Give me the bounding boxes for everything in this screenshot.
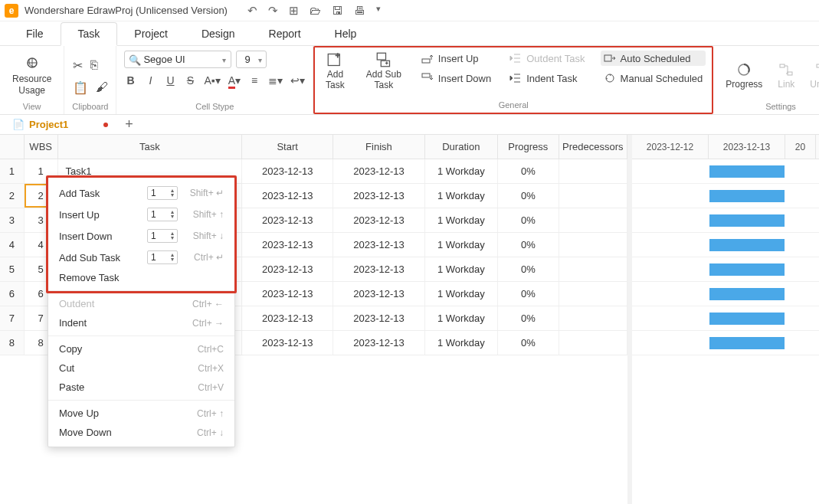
progress-header[interactable]: Progress [498, 135, 559, 159]
gantt-row[interactable] [632, 257, 819, 282]
project-tab[interactable]: 📄 Project1 [5, 116, 116, 133]
duration-cell[interactable]: 1 Workday [425, 306, 498, 330]
progress-cell[interactable]: 0% [498, 233, 559, 257]
finish-cell[interactable]: 2023-12-13 [333, 233, 424, 257]
progress-button[interactable]: Progress [721, 61, 767, 91]
ctx-insert-down-spin[interactable]: 1▴▾ [147, 229, 178, 243]
gantt-row[interactable] [632, 306, 819, 331]
start-cell[interactable]: 2023-12-13 [242, 159, 333, 183]
ctx-insert-up[interactable]: Insert Up 1▴▾ Shift+ ↑ [48, 204, 234, 225]
finish-cell[interactable]: 2023-12-13 [333, 282, 424, 306]
predecessor-cell[interactable] [559, 282, 627, 306]
predecessor-cell[interactable] [559, 306, 627, 330]
highlight-button[interactable]: A▪▾ [204, 74, 220, 87]
start-cell[interactable]: 2023-12-13 [242, 257, 333, 281]
rownum-cell[interactable]: 1 [0, 159, 25, 183]
new-icon[interactable]: ⊞ [289, 4, 299, 18]
duration-cell[interactable]: 1 Workday [425, 208, 498, 232]
progress-cell[interactable]: 0% [498, 159, 559, 183]
start-cell[interactable]: 2023-12-13 [242, 306, 333, 330]
redo-icon[interactable]: ↷ [268, 4, 278, 18]
predecessor-cell[interactable] [559, 257, 627, 281]
menu-file[interactable]: File [9, 23, 61, 44]
manual-scheduled-button[interactable]: Manual Scheduled [601, 70, 706, 86]
progress-cell[interactable]: 0% [498, 306, 559, 330]
task-header[interactable]: Task [58, 135, 243, 159]
font-family-select[interactable]: 🔍 Segoe UI ▾ [124, 51, 231, 68]
finish-cell[interactable]: 2023-12-13 [333, 306, 424, 330]
predecessor-cell[interactable] [559, 159, 627, 183]
duration-header[interactable]: Duration [425, 135, 498, 159]
rownum-cell[interactable]: 8 [0, 331, 25, 355]
ctx-add-task-spin[interactable]: 1▴▾ [147, 186, 178, 200]
start-cell[interactable]: 2023-12-13 [242, 233, 333, 257]
cut-icon[interactable]: ✂ [73, 58, 83, 73]
duration-cell[interactable]: 1 Workday [425, 331, 498, 355]
finish-cell[interactable]: 2023-12-13 [333, 257, 424, 281]
progress-cell[interactable]: 0% [498, 208, 559, 232]
gantt-row[interactable] [632, 282, 819, 306]
rownum-cell[interactable]: 7 [0, 306, 25, 330]
align-mid-button[interactable]: ≣▾ [268, 74, 283, 87]
add-task-button[interactable]: Add Task [321, 51, 349, 93]
menu-help[interactable]: Help [318, 23, 374, 44]
fontcolor-button[interactable]: A▾ [228, 74, 241, 87]
duration-cell[interactable]: 1 Workday [425, 233, 498, 257]
rownum-header[interactable] [0, 135, 25, 159]
open-icon[interactable]: 🗁 [310, 4, 321, 18]
gantt-bar[interactable] [709, 165, 785, 178]
finish-cell[interactable]: 2023-12-13 [333, 208, 424, 232]
predecessor-cell[interactable] [559, 233, 627, 257]
format-painter-icon[interactable]: 🖌 [96, 80, 108, 95]
ctx-cut[interactable]: Cut Ctrl+X [48, 358, 234, 378]
font-size-select[interactable]: 9 ▾ [236, 51, 267, 68]
outdent-task-button[interactable]: Outdent Task [506, 51, 588, 66]
progress-cell[interactable]: 0% [498, 257, 559, 281]
rownum-cell[interactable]: 4 [0, 233, 25, 257]
ctx-move-down[interactable]: Move Down Ctrl+ ↓ [48, 423, 234, 442]
ctx-move-up[interactable]: Move Up Ctrl+ ↑ [48, 404, 234, 423]
ctx-outdent[interactable]: Outdent Ctrl+ ← [48, 294, 234, 313]
progress-cell[interactable]: 0% [498, 184, 559, 208]
rownum-cell[interactable]: 5 [0, 257, 25, 281]
gantt-bar[interactable] [709, 239, 785, 251]
unlink-button[interactable]: Unlink [805, 61, 819, 91]
finish-header[interactable]: Finish [333, 135, 424, 159]
copy-icon[interactable]: ⎘ [90, 58, 98, 73]
start-cell[interactable]: 2023-12-13 [242, 331, 333, 355]
start-cell[interactable]: 2023-12-13 [242, 184, 333, 208]
predecessors-header[interactable]: Predecessors [559, 135, 627, 159]
insert-down-button[interactable]: Insert Down [418, 70, 494, 86]
ctx-copy[interactable]: Copy Ctrl+C [48, 339, 234, 358]
ctx-add-task[interactable]: Add Task 1▴▾ Shift+ ↵ [48, 182, 234, 204]
predecessor-cell[interactable] [559, 184, 627, 208]
gantt-bar[interactable] [709, 263, 785, 276]
menu-report[interactable]: Report [252, 23, 318, 44]
paste-icon[interactable]: 📋 [73, 80, 88, 95]
progress-cell[interactable]: 0% [498, 331, 559, 355]
add-sub-task-button[interactable]: Add Sub Task [362, 51, 406, 93]
ctx-add-sub-spin[interactable]: 1▴▾ [147, 250, 178, 264]
duration-cell[interactable]: 1 Workday [425, 184, 498, 208]
add-project-tab-button[interactable]: + [125, 116, 133, 133]
wrap-button[interactable]: ↩▾ [290, 74, 305, 87]
start-cell[interactable]: 2023-12-13 [242, 208, 333, 232]
save-icon[interactable]: 🖫 [332, 4, 343, 18]
italic-button[interactable]: I [144, 74, 156, 87]
more-icon[interactable]: ▾ [376, 4, 381, 18]
rownum-cell[interactable]: 3 [0, 208, 25, 232]
menu-task[interactable]: Task [61, 22, 118, 46]
bold-button[interactable]: B [124, 74, 136, 87]
gantt-bar[interactable] [709, 288, 785, 300]
menu-project[interactable]: Project [117, 23, 185, 44]
duration-cell[interactable]: 1 Workday [425, 282, 498, 306]
resource-usage-button[interactable]: Resource Usage [8, 55, 56, 97]
rownum-cell[interactable]: 2 [0, 184, 25, 208]
gantt-row[interactable] [632, 184, 819, 208]
start-cell[interactable]: 2023-12-13 [242, 282, 333, 306]
gantt-row[interactable] [632, 159, 819, 184]
auto-scheduled-button[interactable]: Auto Scheduled [601, 51, 706, 66]
align-left-button[interactable]: ≡ [248, 74, 260, 87]
link-button[interactable]: Link [773, 61, 799, 91]
undo-icon[interactable]: ↶ [247, 4, 257, 18]
